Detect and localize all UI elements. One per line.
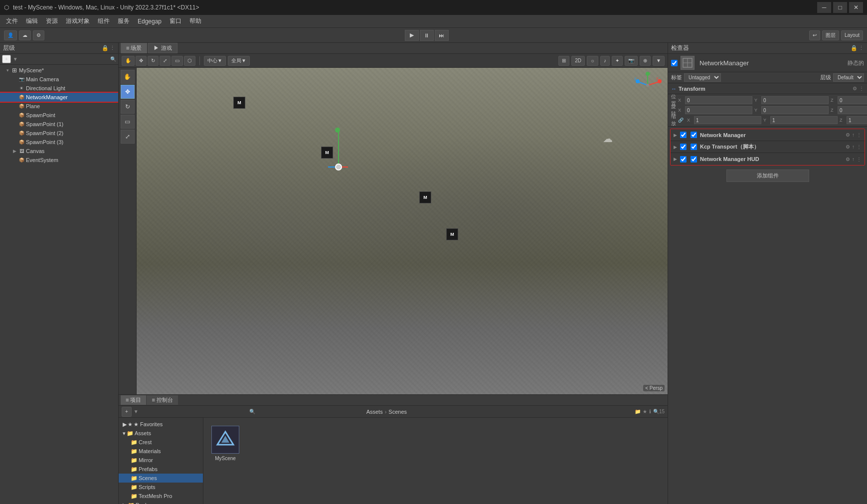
nm-more-icon[interactable]: ⋮ [857,132,862,138]
scale-z-input[interactable] [847,116,867,124]
rotation-y-input[interactable] [761,106,829,114]
nm-up-icon[interactable]: ↑ [852,132,855,138]
grid-button[interactable]: ⊞ [558,56,569,66]
y-handle[interactable] [335,128,340,133]
fx-button[interactable]: ✦ [612,56,623,66]
asset-myscene[interactable]: MyScene [211,426,239,461]
nmhud-enabled-checkbox[interactable] [691,156,697,163]
scale-x-input[interactable] [694,116,761,124]
audio-button[interactable]: ♪ [600,56,610,66]
hierarchy-item-spawnpoint1[interactable]: 📦 SpawnPoint (1) [0,120,118,129]
nmhud-more-icon[interactable]: ⋮ [857,157,862,162]
center-button[interactable]: 中心 ▼ [204,56,226,66]
favorites-item[interactable]: ▶ ★ ★ Favorites [119,420,203,429]
position-x-input[interactable] [685,96,752,104]
transform-header[interactable]: ↔ Transform ⚙ ⋮ [668,83,867,94]
nm-active-checkbox[interactable] [680,132,687,138]
project-tree-scenes[interactable]: 📁 Scenes [119,474,203,483]
cloud-button[interactable]: ☁ [19,30,31,40]
menu-file[interactable]: 文件 [2,16,22,26]
project-tree-materials[interactable]: 📁 Materials [119,447,203,456]
menu-services[interactable]: 服务 [114,16,134,26]
hierarchy-item-maincamera[interactable]: 📷 Main Camera [0,75,118,84]
menu-window[interactable]: 窗口 [166,16,185,26]
lock-icon[interactable]: 🔒 [102,45,109,51]
assets-root-item[interactable]: ▾ 📁 Assets [119,429,203,438]
undo-button[interactable]: ↩ [809,30,820,40]
nmhud-up-icon[interactable]: ↑ [852,157,855,162]
move-tool[interactable]: ✥ [136,56,147,66]
scale-tool-icon[interactable]: ⤢ [121,130,135,144]
project-tree-textmeshpro[interactable]: 📁 TextMesh Pro [119,492,203,501]
hierarchy-item-eventsystem[interactable]: 📦 EventSystem [0,156,118,165]
position-y-input[interactable] [761,96,829,104]
gizmos-button[interactable]: ⊕ [640,56,651,66]
project-add-button[interactable]: + [122,407,132,417]
project-tree-crest[interactable]: 📁 Crest [119,438,203,447]
tab-console[interactable]: ≡ 控制台 [147,395,177,405]
add-component-button[interactable]: 添加组件 [726,169,809,182]
rect-tool[interactable]: ▭ [172,56,183,66]
settings-button[interactable]: ⚙ [33,30,44,40]
object-name-input[interactable] [697,58,845,68]
inspector-lock-icon[interactable]: 🔒 [851,45,858,51]
menu-assets[interactable]: 资源 [42,16,62,26]
inspector-more-icon[interactable]: ⋮ [859,45,864,51]
layers-button[interactable]: 图层 [822,30,839,40]
tag-select[interactable]: Untagged [684,73,721,82]
nm-enabled-checkbox[interactable] [691,132,697,138]
menu-gameobject[interactable]: 游戏对象 [62,16,94,26]
object-active-checkbox[interactable] [671,60,678,66]
pause-button[interactable]: ⏸ [420,30,434,41]
2d-button[interactable]: 2D [571,56,585,66]
menu-edgegap[interactable]: Edgegap [134,17,166,26]
nmhud-expand-arrow[interactable]: ▶ [674,157,677,162]
global-button[interactable]: 全局 ▼ [228,56,250,66]
minimize-button[interactable]: ─ [817,2,831,13]
menu-help[interactable]: 帮助 [185,16,205,26]
gizmo-handle-top[interactable]: M [233,97,245,109]
breadcrumb-assets[interactable]: Assets [366,409,383,415]
maximize-button[interactable]: □ [833,2,847,13]
project-tree-prefabs[interactable]: 📁 Prefabs [119,465,203,474]
layout-button[interactable]: Layout [841,30,863,40]
breadcrumb-scenes[interactable]: Scenes [388,409,407,415]
close-button[interactable]: ✕ [849,2,863,13]
hierarchy-item-myscene[interactable]: ▾ ⊞ MyScene* [0,66,118,75]
scene-cam-button[interactable]: 📷 [625,56,638,66]
nmhud-active-checkbox[interactable] [680,156,687,163]
hierarchy-item-spawnpoint[interactable]: 📦 SpawnPoint [0,111,118,120]
more-icon[interactable]: ⋮ [110,45,115,51]
step-button[interactable]: ⏭ [435,30,449,41]
kcp-expand-arrow[interactable]: ▶ [674,145,677,150]
play-button[interactable]: ▶ [405,30,419,41]
kcp-active-checkbox[interactable] [680,144,687,150]
rotation-z-input[interactable] [838,106,867,114]
project-tree-scripts[interactable]: 📁 Scripts [119,483,203,492]
nmhud-settings-icon[interactable]: ⚙ [846,157,850,162]
menu-component[interactable]: 组件 [94,16,114,26]
account-button[interactable]: 👤 [4,30,17,40]
menu-edit[interactable]: 编辑 [22,16,42,26]
project-tree-mirror[interactable]: 📁 Mirror [119,456,203,465]
tab-project[interactable]: ≡ 项目 [121,395,146,405]
rotate-tool[interactable]: ↻ [148,56,159,66]
rect-tool-icon[interactable]: ▭ [121,115,135,129]
combined-tool[interactable]: ⬡ [184,56,195,66]
position-z-input[interactable] [838,96,867,104]
scale-tool[interactable]: ⤢ [160,56,171,66]
lighting-button[interactable]: ☼ [587,56,598,66]
rotate-tool-icon[interactable]: ↻ [121,100,135,114]
transform-more-icon[interactable]: ⋮ [859,86,864,91]
kcp-enabled-checkbox[interactable] [691,144,697,150]
kcp-up-icon[interactable]: ↑ [852,144,855,150]
gizmo-handle-center[interactable]: M [419,191,431,203]
rotation-x-input[interactable] [685,106,752,114]
add-hierarchy-button[interactable]: + [2,55,11,63]
transform-options-icon[interactable]: ⚙ [853,86,857,91]
kcp-settings-icon[interactable]: ⚙ [846,144,850,150]
tab-game[interactable]: ▶ 游戏 [148,43,177,53]
packages-item[interactable]: ▶ 📁 Packages [119,501,203,504]
nm-settings-icon[interactable]: ⚙ [846,132,850,138]
layer-select[interactable]: Default [833,73,864,82]
